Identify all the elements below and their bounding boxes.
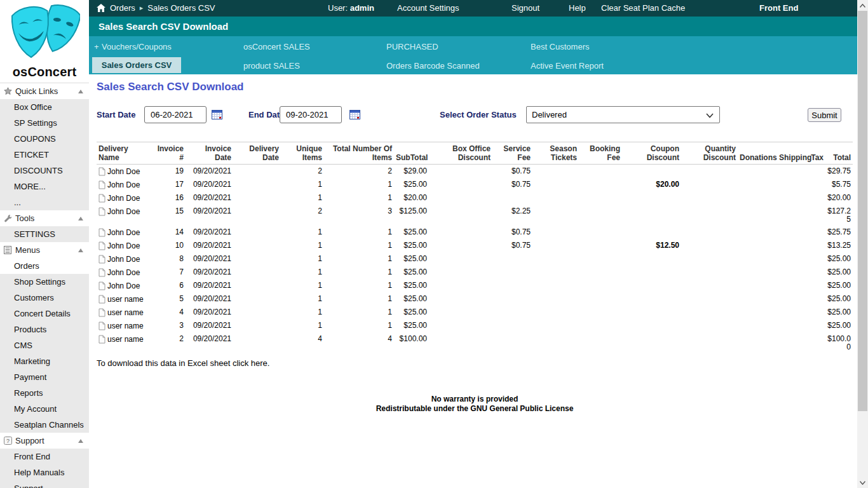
sidebar-item-cms[interactable]: CMS — [0, 337, 89, 353]
menu-best-customers[interactable]: Best Customers — [531, 42, 589, 51]
sidebar-item-reports[interactable]: Reports — [0, 385, 89, 401]
sidebar-item-customers[interactable]: Customers — [0, 290, 89, 306]
table-row: John Doe609/20/202111$25.00$25.00 — [97, 279, 853, 292]
sidebar-item-shop-settings[interactable]: Shop Settings — [0, 274, 89, 290]
sidebar-item-sp-settings[interactable]: SP Settings — [0, 115, 89, 131]
cell-invoice-date: 09/20/2021 — [186, 191, 233, 205]
delivery-name-cell: user name — [97, 292, 151, 306]
menu-active-event-report[interactable]: Active Event Report — [531, 61, 604, 71]
cell-delivery-date — [233, 205, 281, 226]
cell-season-tickets — [532, 279, 579, 292]
nav-front-end[interactable]: Front End — [759, 3, 798, 13]
nav-account-settings[interactable]: Account Settings — [397, 3, 459, 13]
list-icon — [3, 246, 12, 254]
collapse-arrow-icon[interactable] — [78, 439, 83, 443]
cell-subtotal: $25.00 — [394, 306, 429, 319]
scrollbar-thumb[interactable] — [858, 11, 867, 411]
calendar-icon[interactable] — [349, 109, 360, 120]
sidebar-item-discounts[interactable]: DISCOUNTS — [0, 163, 89, 179]
cell-shipping — [777, 332, 809, 353]
menu-vouchers-coupons[interactable]: Vouchers/Coupons — [102, 42, 172, 51]
cell-total: $25.75 — [825, 226, 853, 239]
sidebar-section-tools[interactable]: Tools — [0, 210, 89, 226]
cell-unique-items: 1 — [281, 226, 324, 239]
expand-plus-icon[interactable]: + — [94, 42, 99, 51]
order-status-select[interactable]: Delivered — [526, 106, 720, 123]
sidebar-item-payment[interactable]: Payment — [0, 369, 89, 385]
submit-button[interactable]: Submit — [808, 108, 841, 122]
page-scrollbar[interactable] — [857, 0, 868, 488]
column-header-delivery-name: Delivery Name — [97, 142, 151, 165]
scrollbar-up-arrow-icon[interactable] — [857, 0, 868, 11]
document-icon[interactable] — [98, 180, 105, 189]
menu-orders-barcode-scanned[interactable]: Orders Barcode Scanned — [386, 61, 480, 71]
document-icon[interactable] — [98, 241, 105, 250]
start-date-label: Start Date — [97, 110, 135, 119]
cell-tax — [809, 165, 825, 179]
collapse-arrow-icon[interactable] — [78, 90, 83, 93]
cell-subtotal: $25.00 — [394, 292, 429, 306]
cell-delivery-date — [233, 191, 281, 205]
end-date-input[interactable] — [280, 106, 342, 123]
document-icon[interactable] — [98, 228, 105, 237]
document-icon[interactable] — [98, 268, 105, 277]
nav-help[interactable]: Help — [569, 3, 586, 13]
cell-donations — [738, 165, 777, 179]
cell-service-fee — [492, 332, 532, 353]
cell-tax — [809, 279, 825, 292]
sidebar-item-box-office[interactable]: Box Office — [0, 99, 89, 115]
start-date-input[interactable] — [144, 106, 207, 123]
sidebar-item-my-account[interactable]: My Account — [0, 401, 89, 417]
cell-invoice-date: 09/20/2021 — [186, 306, 233, 319]
sidebar-item-products[interactable]: Products — [0, 322, 89, 337]
sidebar-item-orders[interactable]: Orders — [0, 258, 89, 274]
nav-clear-seat-plan-cache[interactable]: Clear Seat Plan Cache — [601, 3, 685, 13]
breadcrumb-orders[interactable]: Orders — [110, 3, 135, 13]
sidebar-item-seatplan-channels[interactable]: Seatplan Channels — [0, 417, 89, 433]
document-icon[interactable] — [98, 308, 105, 317]
sidebar-item-settings[interactable]: SETTINGS — [0, 226, 89, 242]
sidebar-item-marketing[interactable]: Marketing — [0, 353, 89, 369]
cell-season-tickets — [532, 178, 579, 191]
document-icon[interactable] — [98, 322, 105, 330]
sidebar-item-more[interactable]: MORE... — [0, 179, 89, 194]
menu-purchased[interactable]: PURCHASED — [386, 42, 438, 51]
menu-osconcert-sales[interactable]: osConcert SALES — [243, 42, 310, 51]
cell-service-fee: $0.75 — [492, 165, 532, 179]
delivery-name-cell: user name — [97, 306, 151, 319]
calendar-icon[interactable] — [212, 109, 222, 120]
document-icon[interactable] — [98, 281, 105, 290]
collapse-arrow-icon[interactable] — [78, 248, 83, 252]
sidebar-section-menus[interactable]: Menus — [0, 242, 89, 258]
home-icon[interactable] — [97, 4, 105, 12]
menu-product-sales[interactable]: product SALES — [243, 61, 300, 71]
document-icon[interactable] — [98, 255, 105, 264]
sidebar-item-concert-details[interactable]: Concert Details — [0, 306, 89, 322]
nav-signout[interactable]: Signout — [512, 3, 539, 13]
document-icon[interactable] — [98, 295, 105, 304]
cell-quantity-discount — [681, 239, 738, 252]
document-icon[interactable] — [98, 167, 105, 176]
cell-booking-fee — [579, 319, 622, 332]
sidebar-item-support[interactable]: Support — [0, 480, 89, 488]
download-excel-link[interactable]: click here. — [233, 358, 270, 368]
sidebar-section-support[interactable]: ?Support — [0, 433, 89, 449]
collapse-arrow-icon[interactable] — [78, 217, 83, 220]
cell-tax — [809, 306, 825, 319]
breadcrumb-current[interactable]: Sales Orders CSV — [147, 3, 215, 13]
document-icon[interactable] — [98, 207, 105, 216]
sidebar-item-help-manuals[interactable]: Help Manuals — [0, 464, 89, 480]
sidebar-item-[interactable]: ... — [0, 194, 89, 210]
sidebar-section-quick-links[interactable]: Quick Links — [0, 83, 89, 99]
scrollbar-down-arrow-icon[interactable] — [857, 477, 868, 488]
sidebar-item-coupons[interactable]: COUPONS — [0, 131, 89, 147]
menu-sales-orders-csv-active[interactable]: Sales Orders CSV — [92, 57, 181, 73]
table-row: John Doe1909/20/202122$29.00$0.75$29.75 — [97, 165, 853, 179]
cell-delivery-date — [233, 239, 281, 252]
cell-donations — [738, 332, 777, 353]
sidebar-item-front-end[interactable]: Front End — [0, 449, 89, 464]
cell-donations — [738, 178, 777, 191]
document-icon[interactable] — [98, 335, 105, 344]
sidebar-item-eticket[interactable]: ETICKET — [0, 147, 89, 163]
document-icon[interactable] — [98, 194, 105, 203]
